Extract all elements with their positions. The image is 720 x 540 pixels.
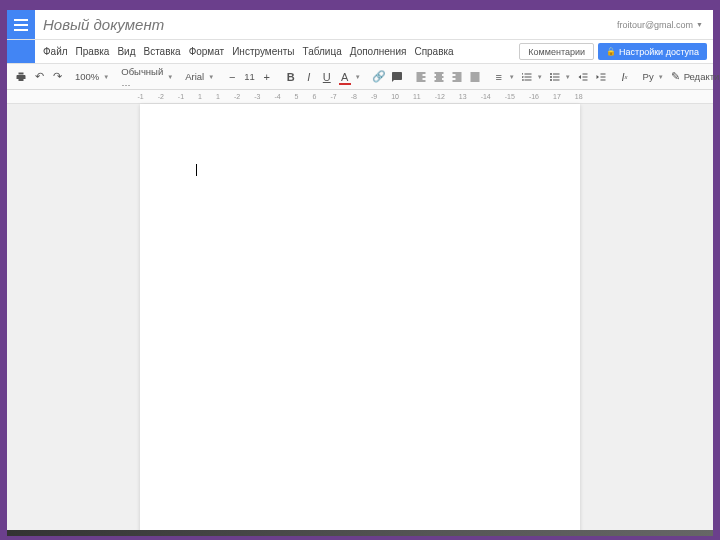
print-icon [15,71,27,83]
chevron-down-icon: ▼ [208,74,214,80]
menu-tools[interactable]: Инструменты [232,46,294,57]
menu-format[interactable]: Формат [189,46,225,57]
comments-button[interactable]: Комментарии [519,43,594,60]
chevron-down-icon: ▼ [103,74,109,80]
text-color-button[interactable]: A▼ [339,71,361,83]
align-left-button[interactable] [415,71,427,83]
align-center-button[interactable] [433,71,445,83]
fontsize-value[interactable]: 11 [244,71,255,82]
align-right-button[interactable] [451,71,463,83]
link-icon: 🔗 [373,71,385,83]
menu-table[interactable]: Таблица [303,46,342,57]
font-select[interactable]: Arial▼ [185,71,214,82]
redo-button[interactable]: ↷ [51,71,63,83]
indent-inc-button[interactable] [595,71,607,83]
lang-select[interactable]: Ру▼ [643,71,664,82]
italic-icon: I [303,71,315,83]
document-page[interactable] [140,104,580,530]
fontsize-dec[interactable]: − [226,71,238,83]
clear-format-button[interactable]: Ix [619,71,631,83]
clear-format-icon: Ix [619,71,631,83]
bullet-list-icon [549,71,561,83]
document-title[interactable]: Новый документ [35,10,607,39]
align-left-icon [415,71,427,83]
menu-view[interactable]: Вид [117,46,135,57]
account-email: froitour@gmal.com [617,20,693,30]
indent-inc-icon [595,71,607,83]
style-select[interactable]: Обычный …▼ [121,66,173,88]
horizontal-ruler[interactable]: -1 -2 -1 1 1 -2 -3 -4 5 6 -7 -8 -9 10 11… [7,90,713,104]
taskbar [7,530,713,536]
chevron-down-icon: ▼ [167,74,173,80]
editing-label: Редактиров… [684,71,720,82]
fontsize-inc[interactable]: + [261,71,273,83]
menu-insert[interactable]: Вставка [143,46,180,57]
zoom-select[interactable]: 100%▼ [75,71,109,82]
zoom-value: 100% [75,71,99,82]
indent-dec-icon [577,71,589,83]
text-cursor [196,164,197,176]
numbered-list-icon [521,71,533,83]
font-value: Arial [185,71,204,82]
chevron-down-icon: ▼ [355,74,361,80]
numbered-list-button[interactable]: ▼ [521,71,543,83]
align-right-icon [451,71,463,83]
italic-button[interactable]: I [303,71,315,83]
align-justify-button[interactable] [469,71,481,83]
comment-button[interactable] [391,71,403,83]
chevron-down-icon: ▼ [565,74,571,80]
header-bar: Новый документ froitour@gmal.com ▼ [7,10,713,40]
svg-point-1 [550,76,552,78]
bullet-list-button[interactable]: ▼ [549,71,571,83]
bold-button[interactable]: B [285,71,297,83]
chevron-down-icon: ▼ [658,74,664,80]
share-button[interactable]: 🔒 Настройки доступа [598,43,707,60]
menu-edit[interactable]: Правка [76,46,110,57]
menu-bar: Файл Правка Вид Вставка Формат Инструмен… [7,40,713,64]
text-color-icon: A [339,71,351,83]
align-justify-icon [469,71,481,83]
menu-icon[interactable] [7,10,35,39]
chevron-down-icon: ▼ [696,21,703,28]
app-window: Новый документ froitour@gmal.com ▼ Файл … [7,10,713,530]
svg-point-0 [550,73,552,75]
indent-dec-button[interactable] [577,71,589,83]
link-button[interactable]: 🔗 [373,71,385,83]
lang-value: Ру [643,71,654,82]
menu-help[interactable]: Справка [414,46,453,57]
chevron-down-icon: ▼ [509,74,515,80]
pencil-icon: ✎ [670,71,682,83]
menu-file[interactable]: Файл [43,46,68,57]
brand-pad [7,40,35,63]
workspace: -1 -2 -1 1 1 -2 -3 -4 5 6 -7 -8 -9 10 11… [7,90,713,530]
editing-mode-button[interactable]: ✎ Редактиров… ▼ [670,71,720,83]
undo-button[interactable]: ↶ [33,71,45,83]
line-spacing-button[interactable]: ≡▼ [493,71,515,83]
underline-button[interactable]: U [321,71,333,83]
chevron-down-icon: ▼ [537,74,543,80]
comment-icon [391,71,403,83]
bold-icon: B [285,71,297,83]
redo-icon: ↷ [51,71,63,83]
underline-icon: U [321,71,333,83]
menu-addons[interactable]: Дополнения [350,46,407,57]
style-value: Обычный … [121,66,163,88]
print-button[interactable] [15,71,27,83]
undo-icon: ↶ [33,71,45,83]
align-center-icon [433,71,445,83]
menu-list: Файл Правка Вид Вставка Формат Инструмен… [35,40,454,63]
line-spacing-icon: ≡ [493,71,505,83]
toolbar: ↶ ↷ 100%▼ Обычный …▼ Arial▼ − 11 + B I U… [7,64,713,90]
account-link[interactable]: froitour@gmal.com ▼ [607,10,713,39]
share-label: Настройки доступа [619,47,699,57]
svg-point-2 [550,79,552,81]
lock-icon: 🔒 [606,47,616,56]
